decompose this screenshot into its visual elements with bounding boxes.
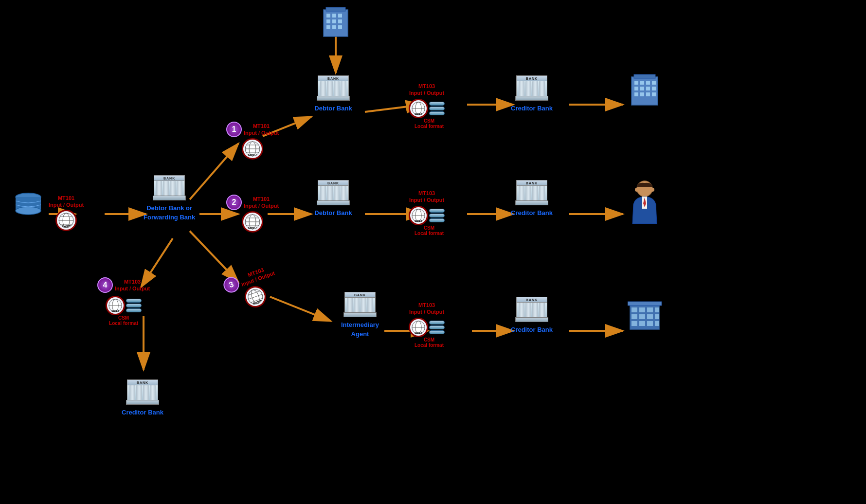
debtor-bank-mid-icon: BANK	[314, 180, 353, 207]
swift-csm-bot: MT103Input / Output SWIFT CSM Local form…	[409, 302, 445, 348]
debtor-bank-top-label: Debtor Bank	[314, 105, 352, 112]
csm-label-4: CSM	[109, 315, 138, 321]
creditor-bank-mid-icon: BANK	[512, 180, 551, 207]
svg-rect-93	[631, 321, 637, 326]
svg-rect-86	[639, 307, 645, 312]
svg-rect-50	[332, 19, 336, 23]
svg-rect-52	[326, 25, 330, 29]
mt101-label-left: MT101 Input / Output	[49, 195, 84, 209]
mt103-label-top: MT103Input / Output	[409, 83, 444, 97]
creditor-bank-4-icon: BANK	[123, 379, 162, 407]
creditor-bank-bot-icon: BANK	[512, 297, 551, 324]
svg-rect-94	[639, 321, 645, 326]
svg-rect-51	[338, 19, 342, 23]
mt103-label-3: MT103Input / Output	[238, 263, 276, 288]
svg-rect-91	[647, 314, 653, 319]
creditor-bank-top-icon: BANK	[512, 75, 551, 103]
svg-rect-87	[647, 307, 653, 312]
swift-icon-top: SWIFT	[409, 99, 428, 118]
svg-rect-67	[640, 81, 644, 85]
csm-format-4: Local format	[109, 321, 138, 326]
csm-label-bot: CSM	[415, 337, 444, 342]
creditor-bank-mid-label: Creditor Bank	[511, 209, 553, 216]
svg-rect-46	[326, 14, 330, 18]
svg-rect-96	[655, 321, 659, 326]
mt101-label-2: MT101Input / Output	[244, 196, 279, 210]
badge-2: 2	[226, 195, 242, 210]
forwarding-bank-label2: Forwarding Bank	[144, 214, 195, 221]
debtor-bank-mid-label: Debtor Bank	[314, 209, 352, 216]
swift-icon-1: SWIFT	[242, 138, 263, 160]
svg-rect-89	[631, 314, 637, 319]
dest-building-top-right	[628, 73, 662, 107]
csm-format-top: Local format	[415, 124, 444, 129]
mt103-label-bot: MT103Input / Output	[409, 302, 444, 316]
badge-3: 3	[221, 275, 241, 295]
svg-rect-47	[332, 14, 336, 18]
swift-icon-4: SWIFT	[106, 296, 125, 315]
arrows-svg	[0, 0, 866, 504]
csm-label-mid: CSM	[415, 225, 444, 231]
swift-csm-mid: MT103Input / Output SWIFT CSM Local form…	[409, 190, 445, 236]
svg-point-23	[16, 207, 41, 215]
svg-rect-95	[647, 321, 653, 326]
mt103-label-mid: MT103Input / Output	[409, 190, 444, 204]
svg-rect-65	[634, 74, 655, 78]
creditor-bank-4-label: Creditor Bank	[122, 409, 163, 416]
svg-rect-90	[639, 314, 645, 319]
svg-rect-92	[655, 314, 659, 319]
svg-rect-77	[652, 92, 656, 96]
svg-rect-88	[655, 307, 659, 312]
svg-rect-66	[634, 81, 638, 85]
creditor-bank-top-node: BANK Creditor Bank	[511, 75, 553, 112]
svg-rect-74	[634, 92, 638, 96]
svg-rect-49	[326, 19, 330, 23]
svg-rect-69	[652, 81, 656, 85]
intermediary-agent-node: BANK Intermediary Agent	[341, 292, 379, 338]
path2-node: 2 MT101Input / Output SWIFT	[226, 195, 279, 233]
badge-4: 4	[97, 277, 113, 293]
svg-line-7	[190, 231, 238, 282]
svg-rect-54	[338, 25, 342, 29]
svg-line-41	[249, 294, 262, 299]
svg-rect-85	[631, 307, 637, 312]
svg-rect-70	[634, 87, 638, 90]
svg-rect-84	[628, 302, 662, 306]
creditor-bank-4-node: BANK Creditor Bank	[122, 379, 163, 416]
svg-rect-71	[640, 87, 644, 90]
swift-connector-left: MT101 Input / Output SWIFT	[49, 195, 84, 231]
forwarding-bank-icon: BANK	[150, 175, 189, 202]
csm-label-top: CSM	[415, 118, 444, 124]
diagram-container: MT101 Input / Output SWIFT BANK Debtor B…	[0, 0, 866, 504]
intermediary-bank-icon: BANK	[341, 292, 379, 319]
swift-icon-bot: SWIFT	[409, 318, 428, 337]
dest-building-bot-right	[628, 297, 662, 331]
svg-rect-45	[326, 7, 345, 11]
svg-rect-48	[338, 14, 342, 18]
forwarding-bank-label: Debtor Bank or	[146, 204, 192, 212]
intermediary-label2: Agent	[351, 330, 369, 338]
svg-rect-73	[652, 87, 656, 90]
swift-icon-mid: SWIFT	[409, 206, 428, 225]
svg-line-8	[270, 297, 331, 321]
forwarding-bank-node: BANK Debtor Bank or Forwarding Bank	[144, 175, 195, 221]
svg-point-81	[635, 188, 639, 192]
csm-format-mid: Local format	[415, 231, 444, 236]
intermediary-label: Intermediary	[341, 321, 379, 328]
creditor-bank-mid-node: BANK Creditor Bank	[511, 180, 553, 216]
svg-rect-68	[646, 81, 650, 85]
svg-rect-72	[646, 87, 650, 90]
svg-point-82	[650, 188, 654, 192]
badge-1: 1	[226, 122, 242, 137]
dest-person-right	[628, 180, 662, 224]
swift-icon-2: SWIFT	[242, 211, 263, 233]
debtor-bank-mid-node: BANK Debtor Bank	[314, 180, 353, 216]
path1-node: 1 MT101Input / Output SWIFT	[226, 122, 279, 160]
path4-node: 4 MT103Input / Output SWIFT CSM Local fo…	[97, 277, 150, 326]
debtor-bank-top-node: BANK Debtor Bank	[314, 75, 353, 112]
creditor-bank-bot-label: Creditor Bank	[511, 326, 553, 333]
swift-icon-left: SWIFT	[55, 210, 77, 231]
svg-rect-76	[646, 92, 650, 96]
svg-rect-53	[332, 25, 336, 29]
creditor-bank-top-label: Creditor Bank	[511, 105, 553, 112]
